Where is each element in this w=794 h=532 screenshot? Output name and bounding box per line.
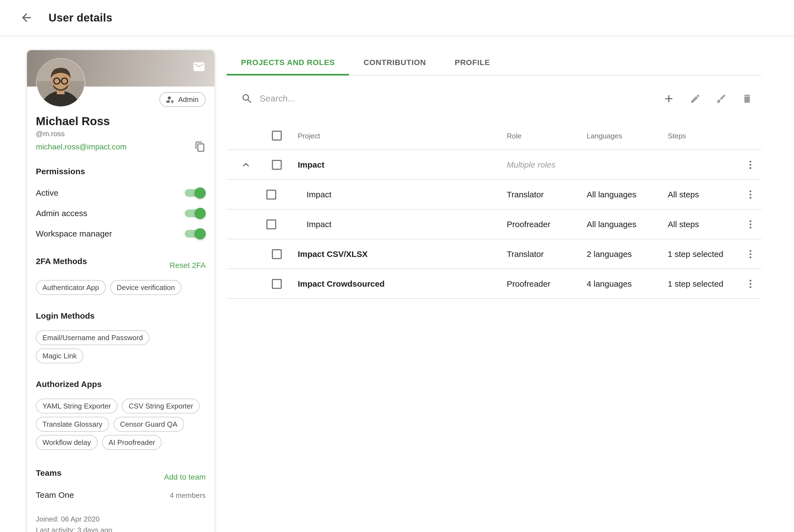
reset-2fa-link[interactable]: Reset 2FA — [170, 261, 206, 270]
steps-value: 1 step selected — [668, 249, 739, 259]
kebab-icon — [745, 278, 756, 289]
person-gear-icon — [166, 95, 175, 104]
toggle-switch-admin-access[interactable] — [185, 209, 204, 217]
select-all-checkbox[interactable] — [272, 131, 282, 140]
page-title: User details — [49, 11, 113, 24]
checkbox-cell — [259, 279, 288, 289]
row-menu-button[interactable] — [739, 218, 761, 230]
collapse-button[interactable] — [227, 158, 259, 171]
role-value: Multiple roles — [507, 160, 587, 169]
user-handle: @m.ross — [36, 130, 206, 138]
row-menu-button[interactable] — [739, 278, 761, 289]
chip-device-verification[interactable]: Device verification — [110, 280, 182, 295]
chip-translate-glossary[interactable]: Translate Glossary — [36, 417, 109, 432]
chip-censor-guard-qa[interactable]: Censor Guard QA — [113, 417, 184, 432]
profile-card: Admin Michael Ross @m.ross michael.ross@… — [26, 50, 215, 532]
permission-label: Admin access — [36, 208, 88, 218]
chip-csv-string-exporter[interactable]: CSV String Exporter — [122, 399, 200, 414]
table-row: ImpactTranslatorAll languagesAll steps — [227, 180, 761, 209]
project-name: Impact — [288, 160, 507, 169]
user-meta: Joined: 06 Apr 2020Last activity: 3 days… — [36, 514, 206, 532]
viewport: User details — [0, 0, 794, 532]
checkbox-cell — [259, 219, 288, 229]
project-name: Impact — [288, 220, 507, 229]
permission-label: Workspace manager — [36, 229, 112, 238]
login-methods-heading: Login Methods — [36, 311, 206, 320]
row-checkbox[interactable] — [272, 159, 282, 170]
role-value: Proofreader — [507, 279, 587, 288]
main-content: PROJECTS AND ROLESCONTRIBUTIONPROFILE Pr… — [227, 50, 761, 299]
row-menu-button[interactable] — [739, 189, 761, 200]
checkbox-cell — [259, 159, 288, 170]
toggle-knob-icon — [195, 187, 206, 198]
meta-line: Last activity: 3 days ago — [36, 525, 206, 532]
row-menu-button[interactable] — [739, 159, 761, 170]
table-row: Impact CSV/XLSXTranslator2 languages1 st… — [227, 239, 761, 269]
meta-line: Joined: 06 Apr 2020 — [36, 514, 206, 525]
tab-contribution[interactable]: CONTRIBUTION — [349, 50, 440, 75]
permission-row-workspace-manager: Workspace manager — [36, 225, 206, 242]
project-name: Impact CSV/XLSX — [288, 249, 507, 259]
chip-email-username-and-password[interactable]: Email/Username and Password — [36, 330, 149, 345]
toolbar — [227, 76, 761, 122]
row-checkbox[interactable] — [266, 189, 276, 199]
arrow-left-icon — [20, 11, 33, 24]
chip-workflow-delay[interactable]: Workflow delay — [36, 435, 98, 450]
chip-magic-link[interactable]: Magic Link — [36, 348, 83, 363]
add-button[interactable] — [663, 93, 675, 105]
profile-card-body: Admin Michael Ross @m.ross michael.ross@… — [27, 92, 214, 532]
toggle-switch-active[interactable] — [185, 189, 204, 196]
table-header: Project Role Languages Steps — [227, 122, 761, 150]
brush-button[interactable] — [716, 93, 727, 104]
row-checkbox[interactable] — [266, 219, 276, 229]
team-row: Team One 4 members — [36, 490, 206, 499]
pencil-icon — [690, 93, 701, 104]
mail-icon[interactable] — [192, 60, 206, 76]
authorized-apps-heading: Authorized Apps — [36, 379, 206, 389]
column-role: Role — [507, 132, 587, 140]
kebab-icon — [745, 159, 756, 170]
back-button[interactable] — [20, 11, 33, 24]
topbar: User details — [0, 0, 794, 35]
row-checkbox[interactable] — [272, 249, 282, 259]
steps-value: 1 step selected — [668, 279, 739, 288]
copy-email-button[interactable] — [195, 141, 206, 152]
checkbox-cell — [259, 249, 288, 259]
chip-ai-proofreader[interactable]: AI Proofreader — [102, 435, 162, 450]
brush-icon — [716, 93, 727, 104]
row-menu-button[interactable] — [739, 248, 761, 260]
login-chips: Email/Username and PasswordMagic Link — [36, 328, 206, 365]
edit-button[interactable] — [690, 93, 701, 104]
kebab-icon — [745, 189, 756, 200]
table-row: ImpactMultiple roles — [227, 150, 761, 180]
twofa-chips: Authenticator AppDevice verification — [36, 279, 206, 297]
tab-profile[interactable]: PROFILE — [440, 50, 504, 75]
column-project: Project — [288, 132, 507, 140]
tab-projects-and-roles[interactable]: PROJECTS AND ROLES — [227, 50, 349, 75]
delete-button[interactable] — [742, 93, 753, 104]
twofa-heading: 2FA Methods — [36, 256, 87, 266]
admin-badge: Admin — [159, 92, 206, 107]
team-name[interactable]: Team One — [36, 490, 74, 499]
team-members-count: 4 members — [170, 491, 206, 499]
permission-row-active: Active — [36, 184, 206, 201]
role-value: Translator — [507, 190, 587, 199]
search-bar — [241, 93, 663, 105]
search-input[interactable] — [259, 93, 663, 104]
chip-authenticator-app[interactable]: Authenticator App — [36, 280, 106, 295]
apps-chips: YAML String ExporterCSV String ExporterT… — [36, 397, 206, 452]
teams-heading: Teams — [36, 468, 61, 477]
role-value: Translator — [507, 249, 587, 259]
chip-yaml-string-exporter[interactable]: YAML String Exporter — [36, 399, 118, 414]
user-name: Michael Ross — [36, 115, 206, 128]
user-email-link[interactable]: michael.ross@impact.com — [36, 142, 127, 151]
tabs: PROJECTS AND ROLESCONTRIBUTIONPROFILE — [227, 50, 761, 76]
steps-value: All steps — [668, 220, 739, 229]
project-name: Impact — [288, 190, 507, 199]
select-all-cell — [259, 131, 288, 140]
add-to-team-link[interactable]: Add to team — [164, 473, 206, 481]
languages-value: 4 languages — [587, 279, 668, 288]
table-body: ImpactMultiple rolesImpactTranslatorAll … — [227, 150, 761, 299]
toggle-switch-workspace-manager[interactable] — [185, 230, 204, 238]
row-checkbox[interactable] — [272, 279, 282, 289]
